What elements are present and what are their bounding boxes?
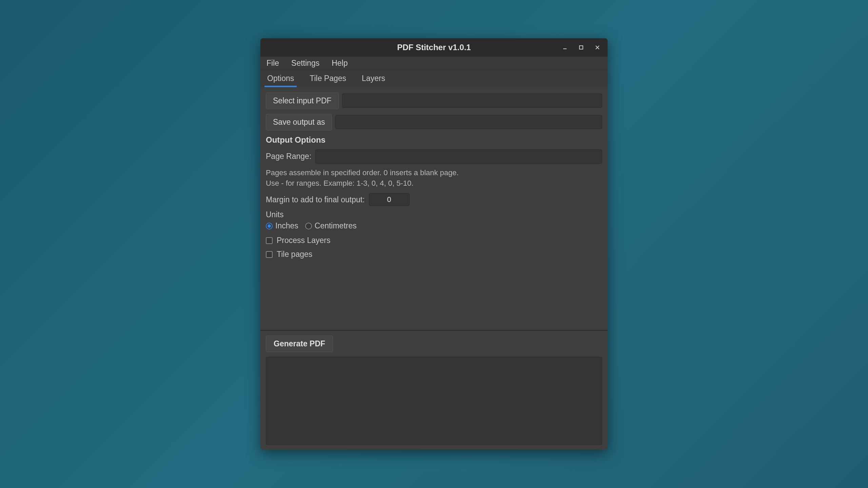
spacer xyxy=(266,264,602,325)
menu-help[interactable]: Help xyxy=(330,57,350,69)
content-panel: Select input PDF Save output as Output O… xyxy=(260,87,608,330)
tab-tile-pages[interactable]: Tile Pages xyxy=(307,70,349,86)
output-path-field[interactable] xyxy=(335,115,602,129)
centimetres-label: Centimetres xyxy=(315,221,357,230)
titlebar[interactable]: PDF Stitcher v1.0.1 xyxy=(260,38,608,57)
radio-icon xyxy=(266,223,273,229)
tab-bar: Options Tile Pages Layers xyxy=(260,70,608,87)
window-title: PDF Stitcher v1.0.1 xyxy=(397,43,471,52)
page-range-input[interactable] xyxy=(315,149,602,164)
select-input-button[interactable]: Select input PDF xyxy=(266,93,339,109)
checkbox-icon xyxy=(266,237,273,244)
close-button[interactable] xyxy=(591,41,604,54)
output-options-heading: Output Options xyxy=(266,135,602,145)
menu-settings[interactable]: Settings xyxy=(289,57,321,69)
tab-options[interactable]: Options xyxy=(264,70,297,86)
window-controls xyxy=(558,41,604,54)
input-pdf-row: Select input PDF xyxy=(266,93,602,109)
tab-layers[interactable]: Layers xyxy=(359,70,388,86)
save-output-button[interactable]: Save output as xyxy=(266,114,332,130)
process-layers-label: Process Layers xyxy=(277,236,331,245)
page-range-helper: Pages assemble in specified order. 0 ins… xyxy=(266,168,602,189)
tile-pages-option[interactable]: Tile pages xyxy=(266,250,602,259)
page-range-row: Page Range: xyxy=(266,149,602,164)
menu-file[interactable]: File xyxy=(264,57,281,69)
helper-line-1: Pages assemble in specified order. 0 ins… xyxy=(266,168,602,178)
checkbox-icon xyxy=(266,251,273,258)
units-inches-option[interactable]: Inches xyxy=(266,221,298,230)
log-output[interactable] xyxy=(266,357,602,445)
margin-label: Margin to add to final output: xyxy=(266,195,365,204)
generate-pdf-button[interactable]: Generate PDF xyxy=(266,336,333,352)
units-centimetres-option[interactable]: Centimetres xyxy=(305,221,357,230)
minimize-button[interactable] xyxy=(558,41,572,54)
input-path-field[interactable] xyxy=(342,94,602,108)
app-window: PDF Stitcher v1.0.1 File Settings Help O… xyxy=(260,38,608,450)
radio-icon xyxy=(305,223,312,229)
margin-input[interactable] xyxy=(369,193,410,206)
units-radio-group: Inches Centimetres xyxy=(266,221,602,230)
output-pdf-row: Save output as xyxy=(266,114,602,130)
tile-pages-label: Tile pages xyxy=(277,250,312,259)
maximize-button[interactable] xyxy=(574,41,588,54)
units-label: Units xyxy=(266,210,602,219)
process-layers-option[interactable]: Process Layers xyxy=(266,236,602,245)
menubar: File Settings Help xyxy=(260,57,608,70)
inches-label: Inches xyxy=(275,221,298,230)
svg-rect-1 xyxy=(579,46,583,49)
page-range-label: Page Range: xyxy=(266,152,311,161)
helper-line-2: Use - for ranges. Example: 1-3, 0, 4, 0,… xyxy=(266,178,602,189)
bottom-section: Generate PDF xyxy=(260,331,608,450)
margin-row: Margin to add to final output: xyxy=(266,193,602,206)
